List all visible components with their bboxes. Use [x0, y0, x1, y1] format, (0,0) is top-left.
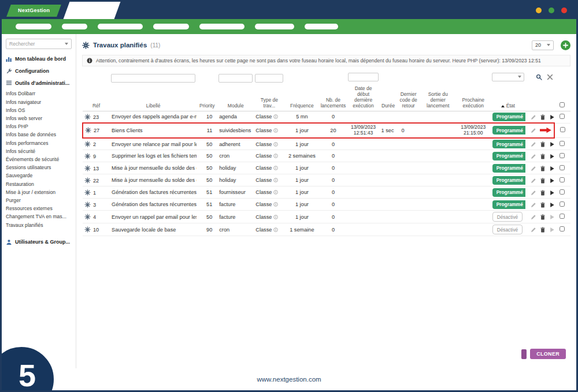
- col-date-debut[interactable]: Date de début dernière exécution: [347, 85, 379, 111]
- delete-icon[interactable]: [540, 141, 546, 147]
- row-checkbox[interactable]: [560, 165, 565, 170]
- edit-icon[interactable]: [531, 154, 536, 159]
- edit-icon[interactable]: [531, 166, 536, 171]
- edit-icon[interactable]: [531, 214, 536, 220]
- col-nb-lancements[interactable]: Nb. de lancements: [319, 85, 347, 111]
- sidebar-item[interactable]: Infos base de données: [6, 130, 72, 139]
- bulk-action-handle[interactable]: [521, 349, 527, 359]
- edit-icon[interactable]: [531, 190, 536, 196]
- menu-item-redacted[interactable]: [153, 24, 189, 29]
- run-now-icon[interactable]: [549, 227, 554, 233]
- col-prochaine[interactable]: Prochaine exécution: [456, 85, 491, 111]
- run-now-icon[interactable]: [549, 214, 554, 220]
- job-ref-link[interactable]: 9: [83, 150, 110, 162]
- filter-date-input[interactable]: [348, 73, 378, 81]
- sidebar-item[interactable]: Mise à jour / extension: [6, 188, 72, 196]
- clear-filters-icon[interactable]: [547, 74, 553, 80]
- sidebar-item[interactable]: Infos navigateur: [6, 98, 72, 106]
- delete-icon[interactable]: [540, 214, 546, 220]
- col-etat[interactable]: État: [491, 85, 525, 111]
- delete-icon[interactable]: [540, 227, 546, 233]
- filter-type-input[interactable]: [255, 74, 283, 83]
- col-type[interactable]: Type de trav...: [254, 85, 284, 111]
- run-now-icon[interactable]: [549, 154, 554, 159]
- filter-libelle-input[interactable]: [111, 74, 195, 83]
- sidebar-item[interactable]: Configuration: [6, 67, 72, 76]
- col-frequence[interactable]: Fréquence: [284, 85, 319, 111]
- sidebar-item[interactable]: Infos Dolibarr: [6, 89, 72, 98]
- select-all-checkbox[interactable]: [560, 102, 565, 107]
- filter-module-input[interactable]: [218, 74, 253, 83]
- row-checkbox[interactable]: [560, 114, 565, 119]
- job-ref-link[interactable]: 10: [83, 223, 110, 236]
- edit-icon[interactable]: [531, 114, 536, 120]
- run-now-icon[interactable]: [549, 178, 554, 184]
- delete-icon[interactable]: [540, 178, 546, 184]
- sidebar-item[interactable]: Utilisateurs & Group...: [6, 238, 72, 247]
- filter-status-select[interactable]: [492, 73, 524, 81]
- col-ref[interactable]: Réf: [83, 85, 110, 111]
- run-now-icon[interactable]: [549, 141, 554, 147]
- sidebar-item[interactable]: Infos sécurité: [6, 147, 72, 155]
- sidebar-item[interactable]: Travaux planifiés: [6, 221, 72, 229]
- col-libelle[interactable]: Libellé: [110, 85, 197, 111]
- clone-button[interactable]: CLONER: [530, 349, 566, 359]
- sidebar-item[interactable]: Purger: [6, 196, 72, 204]
- sidebar-item[interactable]: Ressources externes: [6, 204, 72, 212]
- sidebar-item[interactable]: Infos web server: [6, 114, 72, 122]
- sidebar-item[interactable]: Outils d'administrati...: [6, 79, 72, 88]
- run-now-icon[interactable]: [549, 166, 554, 171]
- search-combobox[interactable]: Rechercher: [6, 39, 72, 49]
- delete-icon[interactable]: [540, 154, 546, 159]
- row-checkbox[interactable]: [560, 127, 565, 132]
- sidebar-item[interactable]: Changement TVA en mas...: [6, 212, 72, 221]
- edit-icon[interactable]: [531, 141, 536, 147]
- delete-icon[interactable]: [540, 114, 546, 120]
- edit-icon[interactable]: [531, 227, 536, 233]
- job-ref-link[interactable]: 13: [83, 162, 110, 174]
- col-priority[interactable]: Priority: [197, 85, 217, 111]
- sidebar-item[interactable]: Sessions utilisateurs: [6, 163, 72, 171]
- sidebar-item[interactable]: Infos performances: [6, 139, 72, 147]
- row-checkbox[interactable]: [560, 226, 565, 232]
- page-size-select[interactable]: 20: [532, 40, 554, 50]
- search-icon[interactable]: [536, 74, 542, 80]
- menu-item-redacted[interactable]: [62, 24, 87, 29]
- sidebar-item[interactable]: Événements de sécurité: [6, 155, 72, 163]
- job-ref-link[interactable]: 3: [83, 199, 110, 211]
- col-sortie[interactable]: Sortie du dernier lancement: [420, 85, 456, 111]
- job-ref-link[interactable]: 1: [83, 186, 110, 199]
- delete-icon[interactable]: [540, 202, 546, 208]
- row-checkbox[interactable]: [560, 214, 565, 219]
- menu-item-redacted[interactable]: [199, 24, 244, 29]
- row-checkbox[interactable]: [560, 201, 565, 207]
- menu-item-redacted[interactable]: [255, 24, 294, 29]
- job-ref-link[interactable]: 22: [83, 174, 110, 186]
- sidebar-item[interactable]: Infos PHP: [6, 122, 72, 130]
- run-now-icon[interactable]: [549, 202, 554, 208]
- job-ref-link[interactable]: 4: [83, 211, 110, 223]
- menu-item-redacted[interactable]: [305, 24, 338, 29]
- delete-icon[interactable]: [540, 166, 546, 171]
- menu-item-redacted[interactable]: [16, 24, 51, 29]
- edit-icon[interactable]: [531, 128, 536, 133]
- row-checkbox[interactable]: [560, 153, 565, 158]
- edit-icon[interactable]: [531, 202, 536, 208]
- job-ref-link[interactable]: 2: [83, 138, 110, 150]
- sidebar-item[interactable]: Restauration: [6, 180, 72, 188]
- add-job-button[interactable]: [561, 40, 570, 50]
- sidebar-item[interactable]: Mon tableau de bord: [6, 55, 72, 64]
- delete-icon[interactable]: [540, 190, 546, 196]
- run-now-icon[interactable]: [549, 190, 554, 196]
- run-now-icon[interactable]: [549, 114, 554, 120]
- job-ref-link[interactable]: 27: [83, 123, 110, 138]
- col-duree[interactable]: Durée: [380, 85, 397, 111]
- row-checkbox[interactable]: [560, 189, 565, 195]
- sidebar-item[interactable]: Infos OS: [6, 106, 72, 114]
- job-ref-link[interactable]: 23: [83, 111, 110, 123]
- edit-icon[interactable]: [531, 178, 536, 184]
- sidebar-item[interactable]: Sauvegarde: [6, 171, 72, 180]
- row-checkbox[interactable]: [560, 141, 565, 146]
- menu-item-redacted[interactable]: [98, 24, 143, 29]
- col-module[interactable]: Module: [217, 85, 254, 111]
